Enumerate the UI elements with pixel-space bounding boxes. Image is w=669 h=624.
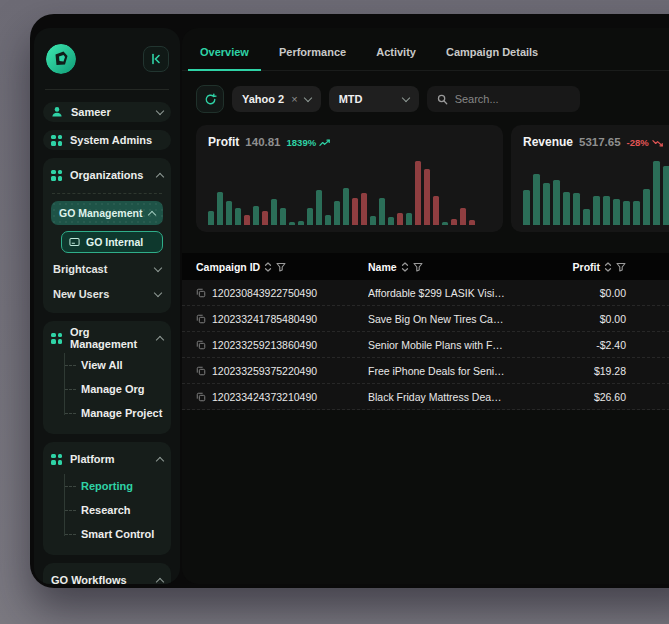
chart-bar	[298, 221, 304, 225]
chart-bar	[603, 196, 610, 225]
chart-bar	[573, 193, 580, 225]
sidebar-item-go-internal[interactable]: GO Internal	[61, 231, 163, 253]
table-row[interactable]: 120233424373210490 Black Friday Mattress…	[182, 384, 669, 410]
campaign-id-cell: 120230843922750490	[196, 287, 368, 299]
chart-bar	[633, 201, 640, 225]
chevron-down-icon	[156, 107, 164, 115]
tab-activity[interactable]: Activity	[364, 46, 428, 70]
campaign-table: Campaign ID Name Profit 1202308439227504…	[182, 253, 669, 410]
sidebar-item-research[interactable]: Research	[64, 498, 163, 522]
sidebar-item-organizations[interactable]: Organizations	[51, 165, 163, 185]
search-box[interactable]	[427, 86, 580, 112]
chart-bar	[289, 222, 295, 225]
chevron-down-icon	[154, 289, 162, 297]
filter-icon[interactable]	[276, 262, 286, 272]
profit-chart-bars	[208, 159, 495, 225]
grid-icon	[51, 454, 62, 465]
column-header-profit[interactable]: Profit	[528, 261, 640, 273]
sidebar-item-go-management[interactable]: GO Management	[51, 201, 163, 225]
sidebar-item-go-workflows[interactable]: GO Workflows	[51, 570, 163, 584]
copy-icon[interactable]	[196, 340, 206, 350]
grid-icon	[51, 333, 62, 344]
chart-bar	[361, 193, 367, 225]
chevron-up-icon	[156, 335, 164, 343]
chart-bar	[271, 199, 277, 225]
filter-row: Yahoo 2 × MTD	[196, 85, 669, 113]
platform-card: Platform ReportingResearchSmart Control	[43, 442, 171, 555]
chart-bar	[583, 209, 590, 225]
copy-icon[interactable]	[196, 366, 206, 376]
filter-icon[interactable]	[413, 262, 423, 272]
chart-bar	[343, 188, 349, 225]
chart-bar	[244, 215, 250, 225]
sidebar-item-smart-control[interactable]: Smart Control	[64, 522, 163, 546]
profit-change-badge: 1839%	[287, 137, 333, 148]
chart-bar	[543, 183, 550, 225]
chart-bar	[235, 208, 241, 225]
column-header-name[interactable]: Name	[368, 261, 528, 273]
filter-icon[interactable]	[616, 262, 626, 272]
chart-bar	[653, 161, 660, 225]
chart-bar	[593, 196, 600, 225]
search-input[interactable]	[455, 93, 570, 105]
account-filter-chip[interactable]: Yahoo 2 ×	[232, 86, 321, 112]
tab-performance[interactable]: Performance	[267, 46, 358, 70]
collapse-left-icon	[150, 53, 162, 65]
table-row[interactable]: 120233241785480490 Save Big On New Tires…	[182, 306, 669, 332]
campaign-profit-cell: $0.00	[528, 313, 640, 325]
sidebar-divider	[45, 89, 169, 90]
refresh-icon	[204, 93, 217, 106]
chevron-down-icon	[154, 264, 162, 272]
sort-icon[interactable]	[604, 262, 612, 272]
chart-bar	[316, 190, 322, 225]
organizations-card: Organizations GO ManagementGO InternalBr…	[43, 158, 171, 313]
revenue-chart-value: 5317.65	[579, 136, 621, 148]
collapse-sidebar-button[interactable]	[143, 46, 169, 72]
campaign-id-cell: 120233259375220490	[196, 365, 368, 377]
sidebar-item-system-admins[interactable]: System Admins	[43, 130, 171, 150]
sidebar-item-new-users[interactable]: New Users	[51, 281, 163, 306]
table-row[interactable]: 120233259213860490 Senior Mobile Plans w…	[182, 332, 669, 358]
column-header-campaign-id[interactable]: Campaign ID	[196, 261, 368, 273]
tab-overview[interactable]: Overview	[188, 46, 261, 71]
sidebar-item-view-all[interactable]: View All	[64, 353, 163, 377]
sidebar-item-platform[interactable]: Platform	[51, 449, 163, 469]
sort-icon[interactable]	[264, 262, 272, 272]
chevron-up-icon	[156, 577, 164, 584]
copy-icon[interactable]	[196, 314, 206, 324]
table-row[interactable]: 120233259375220490 Free iPhone Deals for…	[182, 358, 669, 384]
sidebar-item-user[interactable]: Sameer	[43, 102, 171, 122]
dashed-divider	[52, 193, 162, 194]
sidebar-item-org-management[interactable]: Org Management	[51, 328, 163, 348]
refresh-button[interactable]	[196, 85, 224, 113]
date-range-select[interactable]: MTD	[329, 86, 419, 112]
trend-up-icon	[319, 139, 332, 147]
app-logo-icon	[46, 44, 76, 74]
chart-bar	[613, 199, 620, 225]
org-internal-icon	[69, 237, 80, 247]
chart-bar	[643, 189, 650, 225]
chart-bar	[307, 208, 313, 225]
close-icon[interactable]: ×	[291, 93, 297, 105]
revenue-chart-title: Revenue	[523, 135, 573, 149]
chart-bar	[415, 161, 421, 225]
sidebar-item-reporting[interactable]: Reporting	[64, 474, 163, 498]
copy-icon[interactable]	[196, 288, 206, 298]
campaign-id-cell: 120233424373210490	[196, 391, 368, 403]
chart-bar	[442, 222, 448, 225]
chart-bar	[563, 192, 570, 225]
chart-bar	[253, 206, 259, 225]
sort-icon[interactable]	[401, 262, 409, 272]
table-row[interactable]: 120230843922750490 Affordable $299 LASIK…	[182, 280, 669, 306]
sidebar-item-brightcast[interactable]: Brightcast	[51, 256, 163, 281]
user-label: Sameer	[71, 106, 149, 118]
chart-bar	[663, 166, 669, 225]
chart-bar	[406, 213, 412, 225]
chart-bar	[433, 196, 439, 225]
sidebar-item-manage-project[interactable]: Manage Project	[64, 401, 163, 425]
tab-campaign-details[interactable]: Campaign Details	[434, 46, 550, 70]
sidebar-item-manage-org[interactable]: Manage Org	[64, 377, 163, 401]
chart-bar	[451, 219, 457, 225]
chart-bar	[623, 201, 630, 225]
copy-icon[interactable]	[196, 392, 206, 402]
